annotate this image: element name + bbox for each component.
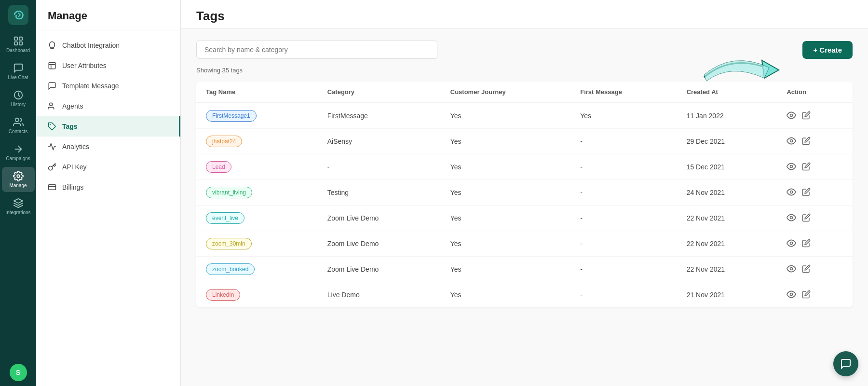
cell-customer-journey: Yes bbox=[441, 257, 570, 282]
cell-tag-name: FirstMessage1 bbox=[196, 103, 318, 129]
showing-count: Showing 35 tags bbox=[196, 67, 853, 74]
table-row: LinkedIn Live Demo Yes - 21 Nov 2021 bbox=[196, 282, 853, 308]
cell-action bbox=[777, 206, 853, 231]
cell-created-at: 11 Jan 2022 bbox=[677, 103, 777, 129]
cell-category: Testing bbox=[318, 180, 441, 206]
app-logo[interactable] bbox=[8, 5, 28, 25]
cell-created-at: 21 Nov 2021 bbox=[677, 282, 777, 308]
sidebar-item-contacts[interactable]: Contacts bbox=[2, 113, 35, 138]
menu-item-analytics[interactable]: Analytics bbox=[36, 137, 180, 157]
cell-category: Zoom Live Demo bbox=[318, 206, 441, 231]
cell-created-at: 24 Nov 2021 bbox=[677, 180, 777, 206]
sidebar-item-manage[interactable]: Manage bbox=[2, 167, 35, 192]
edit-icon[interactable] bbox=[802, 137, 811, 147]
main-content: Tags + Create Show bbox=[181, 0, 868, 386]
nav-label-integrations: Integrations bbox=[5, 210, 30, 215]
nav-label-manage: Manage bbox=[9, 183, 27, 188]
sidebar-item-live-chat[interactable]: Live Chat bbox=[2, 59, 35, 84]
cell-action bbox=[777, 231, 853, 257]
edit-icon[interactable] bbox=[802, 162, 811, 172]
tag-badge: vibrant_living bbox=[206, 187, 252, 198]
svg-point-19 bbox=[790, 293, 793, 295]
menu-item-agents[interactable]: Agents bbox=[36, 96, 180, 116]
menu-label-billings: Billings bbox=[62, 183, 83, 191]
table-row: zoom_booked Zoom Live Demo Yes - 22 Nov … bbox=[196, 257, 853, 282]
cell-action bbox=[777, 180, 853, 206]
svg-point-14 bbox=[790, 165, 793, 167]
chat-bubble[interactable] bbox=[833, 351, 858, 376]
svg-rect-10 bbox=[49, 185, 56, 190]
cell-tag-name: event_live bbox=[196, 206, 318, 231]
edit-icon[interactable] bbox=[802, 111, 811, 121]
col-created-at: Created At bbox=[677, 82, 777, 103]
sidebar-item-integrations[interactable]: Integrations bbox=[2, 194, 35, 219]
svg-point-6 bbox=[17, 175, 20, 178]
view-icon[interactable] bbox=[787, 290, 796, 301]
cell-first-message: - bbox=[570, 257, 677, 282]
view-icon[interactable] bbox=[787, 238, 796, 249]
menu-label-tags: Tags bbox=[62, 123, 78, 130]
menu-item-tags[interactable]: Tags bbox=[36, 116, 180, 137]
tag-badge: FirstMessage1 bbox=[206, 110, 257, 122]
menu-label-api-key: API Key bbox=[62, 163, 87, 171]
cell-first-message: - bbox=[570, 180, 677, 206]
svg-point-8 bbox=[50, 103, 53, 106]
user-avatar[interactable]: S bbox=[10, 364, 27, 381]
search-input[interactable] bbox=[196, 41, 437, 59]
create-button[interactable]: + Create bbox=[802, 41, 853, 59]
view-icon[interactable] bbox=[787, 136, 796, 147]
edit-icon[interactable] bbox=[802, 213, 811, 223]
toolbar: + Create bbox=[196, 41, 853, 59]
col-category: Category bbox=[318, 82, 441, 103]
table-row: Lead - Yes - 15 Dec 2021 bbox=[196, 154, 853, 180]
tag-badge: Lead bbox=[206, 161, 231, 173]
page-title: Tags bbox=[181, 0, 868, 29]
col-first-message: First Message bbox=[570, 82, 677, 103]
cell-tag-name: Lead bbox=[196, 154, 318, 180]
cell-action bbox=[777, 257, 853, 282]
cell-category: FirstMessage bbox=[318, 103, 441, 129]
cell-category: - bbox=[318, 154, 441, 180]
cell-first-message: - bbox=[570, 231, 677, 257]
svg-point-16 bbox=[790, 216, 793, 219]
table-header: Tag Name Category Customer Journey First… bbox=[196, 82, 853, 103]
cell-customer-journey: Yes bbox=[441, 231, 570, 257]
cell-customer-journey: Yes bbox=[441, 206, 570, 231]
cell-customer-journey: Yes bbox=[441, 154, 570, 180]
sidebar-item-history[interactable]: History bbox=[2, 86, 35, 111]
view-icon[interactable] bbox=[787, 264, 796, 275]
menu-item-chatbot-integration[interactable]: Chatbot Integration bbox=[36, 35, 180, 55]
view-icon[interactable] bbox=[787, 213, 796, 224]
cell-action bbox=[777, 154, 853, 180]
table-body: FirstMessage1 FirstMessage Yes Yes 11 Ja… bbox=[196, 103, 853, 307]
cell-action bbox=[777, 129, 853, 154]
sidebar-item-dashboard[interactable]: Dashboard bbox=[2, 32, 35, 57]
edit-icon[interactable] bbox=[802, 290, 811, 300]
view-icon[interactable] bbox=[787, 187, 796, 198]
table-row: vibrant_living Testing Yes - 24 Nov 2021 bbox=[196, 180, 853, 206]
col-tag-name: Tag Name bbox=[196, 82, 318, 103]
col-customer-journey: Customer Journey bbox=[441, 82, 570, 103]
edit-icon[interactable] bbox=[802, 264, 811, 275]
svg-point-15 bbox=[790, 191, 793, 193]
svg-rect-1 bbox=[19, 37, 22, 40]
cell-created-at: 22 Nov 2021 bbox=[677, 257, 777, 282]
cell-customer-journey: Yes bbox=[441, 103, 570, 129]
cell-customer-journey: Yes bbox=[441, 282, 570, 308]
svg-point-12 bbox=[790, 114, 793, 116]
sidebar-item-campaigns[interactable]: Campaigns bbox=[2, 140, 35, 165]
menu-item-billings[interactable]: Billings bbox=[36, 177, 180, 197]
edit-icon[interactable] bbox=[802, 239, 811, 249]
menu-item-api-key[interactable]: API Key bbox=[36, 157, 180, 177]
edit-icon[interactable] bbox=[802, 188, 811, 198]
cell-first-message: - bbox=[570, 154, 677, 180]
menu-item-user-attributes[interactable]: User Attributes bbox=[36, 55, 180, 76]
view-icon[interactable] bbox=[787, 162, 796, 173]
svg-point-5 bbox=[15, 118, 18, 122]
svg-point-13 bbox=[790, 139, 793, 142]
view-icon[interactable] bbox=[787, 110, 796, 122]
tag-badge: LinkedIn bbox=[206, 289, 240, 301]
cell-created-at: 15 Dec 2021 bbox=[677, 154, 777, 180]
menu-item-template-message[interactable]: Template Message bbox=[36, 76, 180, 96]
col-action: Action bbox=[777, 82, 853, 103]
